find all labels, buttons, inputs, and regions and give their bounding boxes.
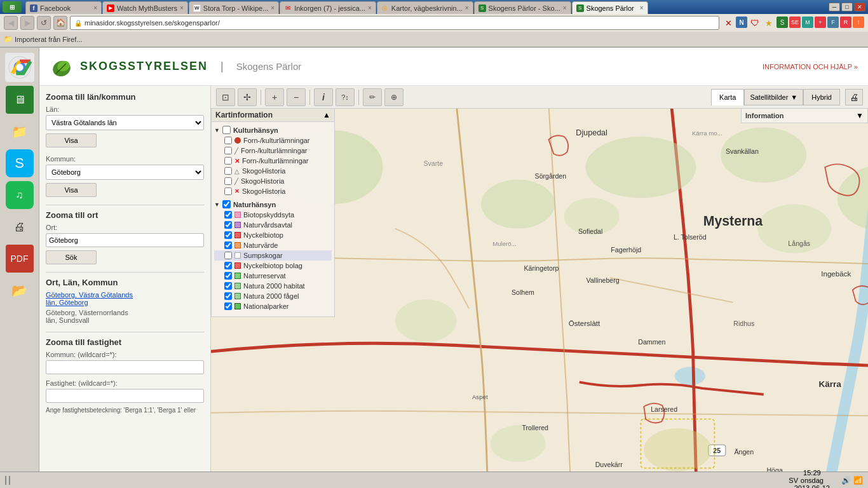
- kommun-visa-button[interactable]: Visa: [46, 183, 97, 197]
- tab-close-mythbusters[interactable]: ×: [180, 4, 184, 11]
- addon-icon5[interactable]: R: [840, 17, 851, 28]
- kart-item-naturvarde: Naturvärde: [214, 240, 332, 250]
- adblock-icon[interactable]: 🛡: [749, 17, 761, 29]
- tab-close-stora-torp[interactable]: ×: [271, 4, 275, 11]
- skogens-icon[interactable]: S: [776, 17, 788, 28]
- kart-group-kulturhansyn-header[interactable]: ▼ Kulturhänsyn: [214, 125, 332, 135]
- network-icon[interactable]: 📶: [853, 476, 863, 485]
- naturvarde-legend: [234, 242, 241, 248]
- addon-icon6[interactable]: !: [853, 17, 864, 28]
- pdf-icon[interactable]: PDF: [6, 245, 34, 273]
- skog3-checkbox[interactable]: [224, 187, 232, 195]
- tab-skogens1[interactable]: S Skogens Pärlor - Sko... ×: [474, 1, 571, 14]
- sump-checkbox[interactable]: [224, 252, 232, 259]
- chrome-icon[interactable]: [5, 53, 34, 82]
- tab-skogens2[interactable]: S Skogens Pärlor ×: [572, 1, 648, 14]
- tab-close-skogens1[interactable]: ×: [563, 4, 567, 11]
- address-bar[interactable]: 🔒 minasidor.skogsstyrelsen.se/skogenspar…: [70, 16, 719, 30]
- satellite-button[interactable]: Satellitbilder ▼: [744, 89, 803, 105]
- naturhansyn-label: Naturhänsyn: [233, 201, 276, 208]
- help-link[interactable]: INFORMATION OCH HJÄLP »: [763, 63, 858, 71]
- national-checkbox[interactable]: [224, 302, 232, 310]
- folder-icon[interactable]: 📁: [6, 118, 34, 146]
- reload-button[interactable]: ↺: [37, 16, 51, 30]
- draw-button[interactable]: ✏: [363, 88, 382, 106]
- svg-text:Dammen: Dammen: [638, 338, 665, 346]
- info-button[interactable]: i: [314, 88, 333, 106]
- bookmark-importerat[interactable]: 📁 Importerat från Firef...: [4, 35, 82, 43]
- skog2-checkbox[interactable]: [224, 177, 232, 185]
- forn1-checkbox[interactable]: [224, 137, 232, 144]
- nyckelbolag-checkbox[interactable]: [224, 262, 232, 269]
- tab-bar: f Facebook × ▶ Watch MythBusters × W Sto…: [25, 0, 825, 14]
- printer-icon[interactable]: 🖨: [6, 213, 34, 241]
- ort-input[interactable]: [46, 233, 204, 247]
- addon-icon3[interactable]: +: [815, 17, 826, 28]
- karta-button[interactable]: Karta: [711, 89, 744, 105]
- lan-visa-button[interactable]: Visa: [46, 133, 97, 147]
- gps-button[interactable]: ⊕: [384, 88, 403, 106]
- result-1[interactable]: Göteborg, Västra Götalandslän, Göteborg: [46, 291, 204, 306]
- kart-collapse-icon[interactable]: ▲: [323, 111, 330, 119]
- addon-icon2[interactable]: M: [802, 17, 813, 28]
- minimize-button[interactable]: ─: [829, 3, 840, 11]
- spotify-icon[interactable]: ♫: [6, 181, 34, 209]
- close-button[interactable]: ✕: [854, 3, 865, 11]
- print-button[interactable]: 🖨: [845, 89, 863, 105]
- start-button[interactable]: ⊞: [3, 1, 22, 13]
- fastighet-input[interactable]: [46, 389, 204, 403]
- tab-stora-torp[interactable]: W Stora Torp - Wikipe... ×: [189, 1, 279, 14]
- kulturhansyn-checkbox[interactable]: [222, 126, 231, 134]
- tab-kartor[interactable]: ◎ Kartor, vägbeskrivnin... ×: [377, 1, 473, 14]
- kommun-select[interactable]: Göteborg: [46, 165, 204, 180]
- back-button[interactable]: ◀: [4, 16, 18, 30]
- kart-group-naturhansyn: ▼ Naturhänsyn Biotopskyddsyta: [214, 199, 332, 311]
- ort-sok-button[interactable]: Sök: [46, 250, 97, 264]
- naturvard-checkbox[interactable]: [224, 221, 232, 229]
- pan-button[interactable]: ✢: [238, 88, 257, 106]
- tab-mythbusters[interactable]: ▶ Watch MythBusters ×: [102, 1, 188, 14]
- naturres-checkbox[interactable]: [224, 272, 232, 280]
- info-collapse-icon[interactable]: ▼: [856, 111, 864, 120]
- tab-close-inkorgen[interactable]: ×: [368, 4, 372, 11]
- forn2-checkbox[interactable]: [224, 147, 232, 154]
- kart-group-naturhansyn-header[interactable]: ▼ Naturhänsyn: [214, 199, 332, 210]
- star-icon[interactable]: ★: [763, 17, 775, 29]
- kart-item-nyckelbolag: Nyckelbiotop bolag: [214, 261, 332, 271]
- speaker-icon[interactable]: 🔊: [841, 476, 851, 485]
- naturhansyn-checkbox[interactable]: [222, 200, 231, 208]
- tab-close-facebook[interactable]: ×: [93, 4, 97, 11]
- tab-inkorgen[interactable]: ✉ Inkorgen (7) - jessica... ×: [280, 1, 376, 14]
- addon-icon1[interactable]: SE: [789, 17, 801, 28]
- noscript-icon[interactable]: N: [736, 17, 747, 28]
- forward-button[interactable]: ▶: [20, 16, 34, 30]
- zoom-extent-button[interactable]: ⊡: [216, 88, 235, 106]
- skype-icon[interactable]: S: [6, 149, 34, 177]
- maximize-button[interactable]: □: [841, 3, 853, 11]
- fastighet-kommun-input[interactable]: [46, 360, 204, 374]
- natura2000f-checkbox[interactable]: [224, 292, 232, 300]
- zoom-in-button[interactable]: +: [265, 88, 284, 106]
- hybrid-button[interactable]: Hybrid: [803, 89, 840, 105]
- tab-close-kartor[interactable]: ×: [465, 4, 469, 11]
- kart-header[interactable]: Kartinformation ▲: [212, 109, 334, 122]
- zoom-ort-title: Zooma till ort: [46, 210, 204, 220]
- skog1-checkbox[interactable]: [224, 167, 232, 175]
- folder2-icon[interactable]: 📂: [6, 276, 34, 304]
- nyckel-checkbox[interactable]: [224, 231, 232, 239]
- measure-button[interactable]: ?↕: [336, 88, 355, 106]
- addon-icon4[interactable]: F: [827, 17, 839, 28]
- natura2000h-checkbox[interactable]: [224, 282, 232, 290]
- forn3-checkbox[interactable]: [224, 157, 232, 165]
- tab-close-skogens2[interactable]: ×: [640, 4, 644, 11]
- stop-icon[interactable]: ✕: [722, 17, 735, 29]
- map-container[interactable]: 25: [211, 109, 868, 471]
- home-button[interactable]: 🏠: [53, 16, 67, 30]
- zoom-out-button[interactable]: −: [287, 88, 306, 106]
- lan-select[interactable]: Västra Götalands län: [46, 115, 204, 130]
- tab-facebook[interactable]: f Facebook ×: [25, 1, 102, 14]
- computer-icon[interactable]: 🖥: [6, 86, 34, 114]
- biotop-checkbox[interactable]: [224, 211, 232, 219]
- result-2[interactable]: Göteborg, Västernorrlandslän, Sundsvall: [46, 309, 204, 324]
- naturvarde-checkbox[interactable]: [224, 241, 232, 249]
